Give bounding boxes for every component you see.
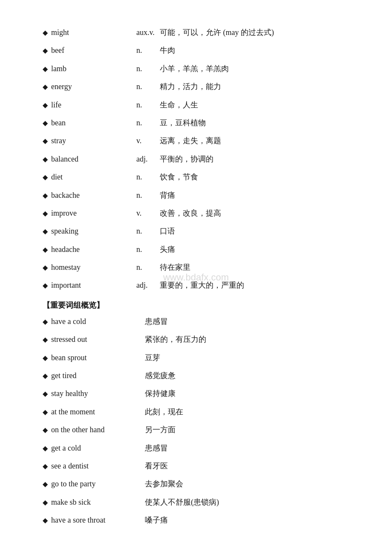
phrase-chinese: 此刻，现在 (145, 405, 183, 419)
chinese-definition: 口语 (160, 224, 175, 238)
diamond-icon: ◆ (43, 280, 48, 292)
phrase-chinese: 看牙医 (145, 459, 168, 473)
english-word: bean (51, 116, 136, 130)
diamond-icon: ◆ (43, 515, 48, 527)
part-of-speech: n. (136, 243, 160, 256)
diamond-icon: ◆ (43, 135, 48, 147)
phrase-english: go to the party (51, 477, 145, 491)
phrase-english: stressed out (51, 332, 145, 346)
english-word: headache (51, 243, 136, 256)
vocab-item: ◆ improve v. 改善，改良，提高 (43, 206, 358, 220)
phrase-english: have a sore throat (51, 513, 145, 527)
diamond-icon: ◆ (43, 370, 48, 382)
english-word: backache (51, 188, 136, 202)
vocab-item: ◆ diet n. 饮食，节食 (43, 170, 358, 184)
phrase-item: ◆ on the other hand 另一方面 (43, 423, 358, 436)
phrase-item: ◆ get tired 感觉疲惫 (43, 369, 358, 382)
phrase-chinese: 保持健康 (145, 387, 176, 400)
vocab-item: ◆ might aux.v. 可能，可以，允许 (may 的过去式) (43, 26, 358, 39)
diamond-icon: ◆ (43, 45, 48, 57)
english-word: lamb (51, 62, 136, 75)
phrase-item: ◆ stay healthy 保持健康 (43, 387, 358, 400)
vocab-item: ◆ headache n. 头痛 (43, 243, 358, 256)
english-word: important (51, 278, 136, 292)
phrase-chinese: 紧张的，有压力的 (145, 332, 206, 346)
phrase-chinese: 患感冒 (145, 441, 168, 455)
chinese-definition: 饮食，节食 (160, 170, 198, 184)
part-of-speech: v. (136, 134, 160, 147)
chinese-definition: 待在家里 (160, 260, 190, 274)
phrase-item: ◆ go to the party 去参加聚会 (43, 477, 358, 491)
vocab-item: ◆ lamb n. 小羊，羊羔，羊羔肉 (43, 62, 358, 75)
english-word: improve (51, 206, 136, 220)
chinese-definition: 改善，改良，提高 (160, 206, 221, 220)
phrase-chinese: 嗓子痛 (145, 513, 168, 527)
part-of-speech: n. (136, 170, 160, 184)
diamond-icon: ◆ (43, 171, 48, 184)
diamond-icon: ◆ (43, 27, 48, 39)
english-word: diet (51, 170, 136, 184)
diamond-icon: ◆ (43, 99, 48, 112)
diamond-icon: ◆ (43, 497, 48, 509)
phrase-chinese: 患感冒 (145, 315, 168, 328)
phrase-chinese: 使某人不舒服(患锁病) (145, 495, 219, 509)
vocab-item: ◆ beef n. 牛肉 (43, 43, 358, 57)
diamond-icon: ◆ (43, 208, 48, 220)
diamond-icon: ◆ (43, 460, 48, 473)
diamond-icon: ◆ (43, 262, 48, 274)
part-of-speech: n. (136, 260, 160, 274)
part-of-speech: v. (136, 206, 160, 220)
phrase-chinese: 感觉疲惫 (145, 369, 176, 382)
diamond-icon: ◆ (43, 244, 48, 256)
phrase-chinese: 豆芽 (145, 351, 160, 364)
diamond-icon: ◆ (43, 388, 48, 400)
phrase-english: see a dentist (51, 459, 145, 473)
phrase-item: ◆ have a sore throat 嗓子痛 (43, 513, 358, 527)
phrase-english: have a cold (51, 315, 145, 328)
phrase-chinese: 去参加聚会 (145, 477, 183, 491)
chinese-definition: 生命，人生 (160, 98, 198, 112)
phrase-english: on the other hand (51, 423, 145, 436)
diamond-icon: ◆ (43, 153, 48, 166)
english-word: homestay (51, 260, 136, 274)
english-word: energy (51, 80, 136, 93)
vocab-item: ◆ balanced adj. 平衡的，协调的 (43, 152, 358, 166)
diamond-icon: ◆ (43, 225, 48, 238)
part-of-speech: n. (136, 80, 160, 93)
phrase-item: ◆ have a cold 患感冒 (43, 315, 358, 328)
diamond-icon: ◆ (43, 316, 48, 328)
phrase-item: ◆ bean sprout 豆芽 (43, 351, 358, 364)
chinese-definition: 头痛 (160, 243, 175, 256)
phrase-english: get a cold (51, 441, 145, 455)
phrase-english: make sb sick (51, 495, 145, 509)
phrase-item: ◆ stressed out 紧张的，有压力的 (43, 332, 358, 346)
phrase-item: ◆ at the moment 此刻，现在 (43, 405, 358, 419)
phrase-english: at the moment (51, 405, 145, 419)
diamond-icon: ◆ (43, 190, 48, 202)
diamond-icon: ◆ (43, 352, 48, 364)
english-word: beef (51, 43, 136, 57)
phrase-item: ◆ see a dentist 看牙医 (43, 459, 358, 473)
english-word: speaking (51, 224, 136, 238)
diamond-icon: ◆ (43, 63, 48, 75)
chinese-definition: 牛肉 (160, 43, 175, 57)
diamond-icon: ◆ (43, 117, 48, 130)
chinese-definition: 平衡的，协调的 (160, 152, 213, 166)
diamond-icon: ◆ (43, 478, 48, 491)
phrase-english: stay healthy (51, 387, 145, 400)
chinese-definition: 豆，豆科植物 (160, 116, 206, 130)
part-of-speech: n. (136, 98, 160, 112)
vocab-item: ◆ speaking n. 口语 (43, 224, 358, 238)
part-of-speech: n. (136, 62, 160, 75)
part-of-speech: aux.v. (136, 26, 160, 39)
english-word: might (51, 26, 136, 39)
phrase-english: get tired (51, 369, 145, 382)
phrase-list: ◆ have a cold 患感冒 ◆ stressed out 紧张的，有压力… (43, 315, 358, 527)
part-of-speech: n. (136, 43, 160, 57)
chinese-definition: 重要的，重大的，严重的 (160, 278, 244, 292)
chinese-definition: 小羊，羊羔，羊羔肉 (160, 62, 229, 75)
phrase-english: bean sprout (51, 351, 145, 364)
phrase-chinese: 另一方面 (145, 423, 176, 436)
diamond-icon: ◆ (43, 424, 48, 436)
diamond-icon: ◆ (43, 442, 48, 455)
